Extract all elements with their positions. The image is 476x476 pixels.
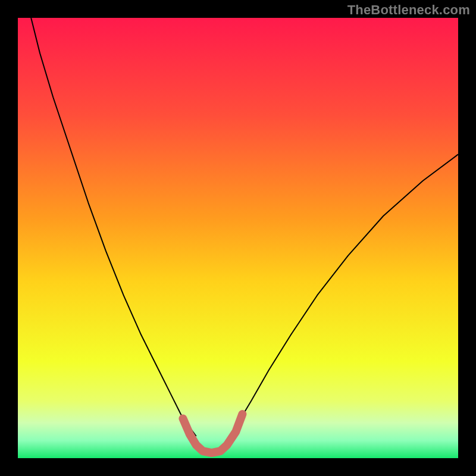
chart-frame: TheBottleneck.com (0, 0, 476, 476)
chart-svg (18, 18, 458, 458)
gradient-background (18, 18, 458, 458)
plot-area (18, 18, 458, 458)
watermark-label: TheBottleneck.com (347, 2, 470, 18)
